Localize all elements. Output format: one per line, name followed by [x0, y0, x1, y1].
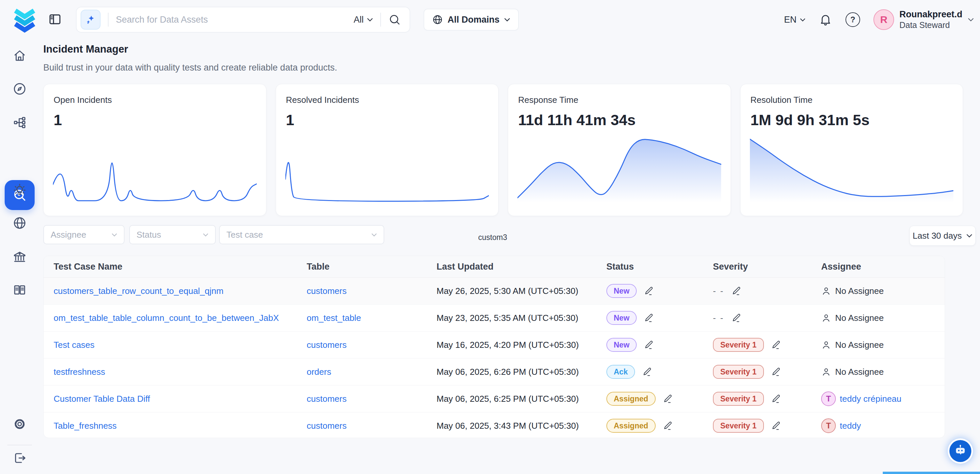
- edit-severity-icon[interactable]: [771, 340, 781, 350]
- bottom-scrollbar[interactable]: [883, 472, 980, 474]
- chat-bot-button[interactable]: [949, 440, 971, 462]
- edit-status-icon[interactable]: [644, 286, 654, 296]
- column-header: Test Case Name: [54, 262, 307, 272]
- edit-severity-icon[interactable]: [732, 286, 741, 296]
- status-badge[interactable]: Assigned: [606, 392, 655, 406]
- assignee-cell[interactable]: Tteddy crépineau: [821, 391, 945, 406]
- table-link[interactable]: om_test_table: [307, 313, 361, 323]
- sidebar-item-settings[interactable]: [9, 414, 30, 435]
- page-title: Incident Manager: [43, 43, 337, 55]
- search-icon[interactable]: [388, 13, 401, 26]
- date-range-button[interactable]: Last 30 days: [909, 226, 976, 246]
- edit-status-icon[interactable]: [642, 367, 652, 377]
- incidents-table: Test Case NameTableLast UpdatedStatusSev…: [43, 256, 945, 438]
- edit-status-icon[interactable]: [644, 313, 654, 323]
- test-case-name-link[interactable]: customers_table_row_count_to_equal_qjnm: [54, 286, 223, 296]
- last-updated-value: May 26, 2025, 5:30 AM (UTC+05:30): [437, 286, 606, 296]
- table-row[interactable]: customers_table_row_count_to_equal_qjnm …: [44, 278, 945, 305]
- assignee-filter[interactable]: Assignee: [43, 225, 124, 244]
- status-filter[interactable]: Status: [129, 225, 216, 244]
- assignee-cell[interactable]: No Assignee: [821, 367, 945, 377]
- edit-status-icon[interactable]: [663, 421, 673, 431]
- assignee-label: No Assignee: [835, 313, 884, 323]
- test-case-name-link[interactable]: testfreshness: [54, 367, 105, 377]
- sidebar-item-domains[interactable]: [9, 212, 30, 234]
- sidebar-item-insights[interactable]: [9, 180, 30, 201]
- status-badge[interactable]: New: [606, 311, 637, 325]
- sidebar-item-home[interactable]: [9, 45, 30, 66]
- user-menu[interactable]: R Rounakpreet.d Data Steward: [873, 9, 974, 30]
- assignee-link[interactable]: teddy: [840, 421, 861, 431]
- table-row[interactable]: om_test_table_table_column_count_to_be_b…: [44, 305, 945, 332]
- assignee-avatar[interactable]: T: [821, 391, 836, 406]
- sidebar-item-logout[interactable]: [9, 447, 30, 469]
- status-badge[interactable]: Ack: [606, 365, 635, 379]
- table-link[interactable]: customers: [307, 421, 347, 431]
- table-link[interactable]: customers: [307, 394, 347, 404]
- severity-badge[interactable]: - -: [713, 286, 724, 296]
- table-row[interactable]: Table_freshness customers May 06, 2025, …: [44, 412, 945, 438]
- assignee-filter-placeholder: Assignee: [51, 230, 86, 240]
- language-value: EN: [784, 14, 797, 25]
- sidebar-item-explore[interactable]: [9, 78, 30, 100]
- severity-badge[interactable]: Severity 1: [713, 419, 764, 433]
- app-logo[interactable]: [11, 5, 38, 34]
- notifications-bell-icon[interactable]: [819, 13, 832, 26]
- edit-severity-icon[interactable]: [771, 394, 781, 404]
- person-icon: [821, 313, 831, 323]
- severity-badge[interactable]: Severity 1: [713, 338, 764, 352]
- search-scope-dropdown[interactable]: All: [354, 14, 373, 25]
- status-badge[interactable]: New: [606, 338, 637, 352]
- card-resolved-incidents: Resolved Incidents 1: [276, 84, 499, 216]
- edit-status-icon[interactable]: [663, 394, 673, 404]
- severity-badge[interactable]: Severity 1: [713, 392, 764, 406]
- sidebar-item-govern[interactable]: [9, 246, 30, 267]
- severity-badge[interactable]: Severity 1: [713, 365, 764, 379]
- last-updated-value: May 06, 2025, 6:26 PM (UTC+05:30): [437, 367, 606, 377]
- divider: [380, 13, 381, 27]
- card-value: 1M 9d 9h 31m 5s: [751, 111, 870, 129]
- language-selector[interactable]: EN: [784, 14, 805, 25]
- search-input[interactable]: Search for Data Assets: [116, 14, 354, 25]
- status-badge[interactable]: New: [606, 284, 637, 298]
- assignee-link[interactable]: teddy crépineau: [840, 394, 901, 404]
- assignee-cell[interactable]: Tteddy: [821, 418, 945, 433]
- sidebar-item-data-flow[interactable]: [9, 112, 30, 133]
- test-case-name-link[interactable]: Test cases: [54, 340, 95, 350]
- edit-severity-icon[interactable]: [771, 367, 781, 377]
- filters-row: Assignee Status Test case custom3 Last 3…: [43, 225, 976, 245]
- edit-severity-icon[interactable]: [732, 313, 741, 323]
- assignee-avatar[interactable]: T: [821, 418, 836, 433]
- test-case-filter[interactable]: Test case: [219, 225, 384, 244]
- table-row[interactable]: Test cases customers May 16, 2025, 4:20 …: [44, 332, 945, 358]
- test-case-name-link[interactable]: Table_freshness: [54, 421, 116, 431]
- severity-badge[interactable]: - -: [713, 313, 724, 323]
- all-domains-button[interactable]: All Domains: [423, 9, 519, 30]
- table-row[interactable]: Customer Table Data Diff customers May 0…: [44, 385, 945, 412]
- assignee-cell[interactable]: No Assignee: [821, 340, 945, 350]
- user-role: Data Steward: [899, 20, 963, 30]
- test-case-name-link[interactable]: om_test_table_table_column_count_to_be_b…: [54, 313, 279, 323]
- card-value: 1: [286, 111, 294, 129]
- last-updated-value: May 23, 2025, 5:35 AM (UTC+05:30): [437, 313, 606, 323]
- sidebar-divider: [7, 445, 32, 445]
- column-header: Assignee: [821, 262, 945, 272]
- sidebar-item-glossary[interactable]: [9, 279, 30, 301]
- global-search[interactable]: Search for Data Assets All: [76, 7, 410, 33]
- table-link[interactable]: customers: [307, 340, 347, 350]
- status-badge[interactable]: Assigned: [606, 419, 655, 433]
- assignee-cell[interactable]: No Assignee: [821, 313, 945, 323]
- table-row[interactable]: testfreshness orders May 06, 2025, 6:26 …: [44, 358, 945, 385]
- edit-severity-icon[interactable]: [771, 421, 781, 431]
- help-icon[interactable]: ?: [845, 12, 860, 27]
- edit-status-icon[interactable]: [644, 340, 654, 350]
- card-response-time: Response Time 11d 11h 41m 34s: [508, 84, 731, 216]
- table-link[interactable]: orders: [307, 367, 331, 377]
- ai-sparkle-icon[interactable]: [81, 10, 100, 30]
- user-avatar[interactable]: R: [873, 9, 894, 30]
- assignee-cell[interactable]: No Assignee: [821, 286, 945, 296]
- sidebar-toggle-icon[interactable]: [48, 12, 62, 26]
- table-link[interactable]: customers: [307, 286, 347, 296]
- test-case-name-link[interactable]: Customer Table Data Diff: [54, 394, 150, 404]
- custom3-label: custom3: [478, 233, 507, 242]
